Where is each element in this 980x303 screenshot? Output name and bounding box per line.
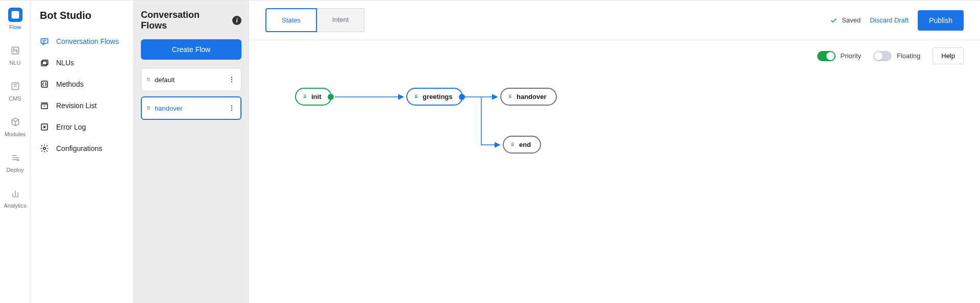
- node-label: greetings: [423, 93, 453, 100]
- modules-icon: [8, 115, 22, 129]
- rail-label: Analytics: [4, 203, 26, 209]
- check-icon: [829, 16, 838, 24]
- drag-handle-icon[interactable]: ⠿: [146, 106, 151, 111]
- drag-handle-icon[interactable]: ⠿: [508, 94, 512, 99]
- flow-icon: [8, 8, 22, 22]
- drag-handle-icon[interactable]: ⠿: [303, 94, 307, 99]
- archive-icon: [40, 101, 49, 110]
- flow-item-menu-button[interactable]: [226, 102, 238, 114]
- svg-point-12: [231, 77, 232, 78]
- tab-states[interactable]: States: [265, 8, 317, 32]
- node-end[interactable]: ⠿ end: [503, 136, 541, 154]
- sidebar: Bot Studio Conversation Flows NLUs Metho…: [31, 1, 134, 303]
- sidebar-item-nlus[interactable]: NLUs: [31, 52, 133, 73]
- floating-toggle[interactable]: [873, 51, 892, 61]
- sidebar-menu: Conversation Flows NLUs Methods Revision…: [31, 31, 133, 159]
- floating-label: Floating: [897, 52, 920, 60]
- rail-label: Modules: [5, 131, 26, 137]
- rail-item-nlu[interactable]: NLU: [0, 42, 30, 67]
- kebab-icon: [228, 76, 235, 83]
- nav-rail: Flow NLU CMS Modules Deploy: [0, 1, 31, 303]
- saved-status: Saved: [829, 16, 861, 24]
- chat-icon: [40, 37, 49, 46]
- tabs: States Intent: [265, 8, 364, 32]
- rail-label: CMS: [9, 95, 21, 102]
- flows-panel-title: Conversation Flows: [141, 10, 227, 31]
- flow-item-label: default: [155, 76, 175, 84]
- deploy-icon: [8, 150, 22, 165]
- flow-item-menu-button[interactable]: [226, 73, 238, 86]
- rail-item-flow[interactable]: Flow: [0, 7, 30, 31]
- topbar: States Intent Saved Discard Draft Publis…: [249, 1, 980, 40]
- drag-handle-icon[interactable]: ⠿: [414, 94, 419, 99]
- main-area: States Intent Saved Discard Draft Publis…: [249, 1, 980, 303]
- rail-item-cms[interactable]: CMS: [0, 78, 30, 103]
- sidebar-item-label: Conversation Flows: [56, 37, 119, 45]
- rail-label: Deploy: [6, 167, 23, 173]
- svg-point-15: [231, 106, 232, 107]
- node-greetings[interactable]: ⠿ greetings: [406, 88, 463, 106]
- svg-rect-8: [41, 81, 47, 87]
- drag-handle-icon[interactable]: ⠿: [511, 142, 515, 147]
- info-icon[interactable]: i: [232, 16, 241, 25]
- drag-handle-icon[interactable]: ⠿: [146, 77, 151, 83]
- svg-point-13: [231, 79, 232, 80]
- sidebar-item-label: Error Log: [56, 123, 86, 131]
- svg-rect-5: [41, 39, 48, 43]
- nlu-icon: [8, 43, 22, 58]
- svg-point-16: [231, 108, 232, 109]
- analytics-icon: [8, 186, 22, 200]
- node-label: handover: [517, 93, 547, 100]
- sidebar-item-label: Configurations: [56, 144, 102, 153]
- node-label: end: [519, 141, 531, 148]
- error-icon: [40, 122, 49, 132]
- kebab-icon: [228, 105, 235, 112]
- priority-toggle[interactable]: [817, 51, 836, 61]
- flow-item-default[interactable]: ⠿ default: [141, 68, 241, 91]
- node-label: init: [311, 93, 322, 100]
- sidebar-item-label: Revision List: [56, 102, 96, 110]
- rail-label: NLU: [9, 60, 20, 66]
- rail-label: Flow: [9, 24, 21, 30]
- sidebar-item-label: NLUs: [56, 59, 74, 67]
- flow-item-handover[interactable]: ⠿ handover: [141, 96, 241, 120]
- sidebar-item-error-log[interactable]: Error Log: [31, 116, 133, 138]
- canvas-controls: Priority Floating Help: [249, 40, 980, 71]
- svg-point-11: [43, 147, 46, 150]
- publish-button[interactable]: Publish: [918, 10, 964, 31]
- rail-item-modules[interactable]: Modules: [0, 114, 30, 138]
- function-icon: [40, 80, 49, 89]
- flow-item-label: handover: [155, 105, 182, 112]
- sidebar-item-methods[interactable]: Methods: [31, 73, 133, 95]
- rail-item-analytics[interactable]: Analytics: [0, 185, 30, 210]
- sidebar-item-label: Methods: [56, 80, 84, 88]
- priority-label: Priority: [841, 52, 861, 60]
- svg-rect-1: [14, 14, 16, 16]
- sidebar-item-conversation-flows[interactable]: Conversation Flows: [31, 31, 133, 52]
- svg-point-4: [17, 159, 18, 161]
- tab-intent[interactable]: Intent: [317, 8, 365, 32]
- svg-point-17: [231, 110, 232, 111]
- stack-icon: [40, 58, 49, 67]
- help-button[interactable]: Help: [933, 47, 964, 64]
- svg-point-14: [231, 81, 232, 82]
- node-handover[interactable]: ⠿ handover: [500, 88, 557, 106]
- edges-layer: [249, 71, 980, 303]
- app-title: Bot Studio: [31, 10, 133, 31]
- gear-icon: [40, 144, 49, 153]
- sidebar-item-revision-list[interactable]: Revision List: [31, 95, 133, 116]
- flow-canvas[interactable]: ⠿ init ⠿ greetings ⠿ handover ⠿ end: [249, 71, 980, 303]
- discard-draft-link[interactable]: Discard Draft: [870, 16, 909, 24]
- create-flow-button[interactable]: Create Flow: [141, 39, 241, 60]
- saved-label: Saved: [842, 16, 861, 24]
- node-init[interactable]: ⠿ init: [295, 88, 332, 106]
- node-port-out[interactable]: [328, 94, 334, 100]
- flow-list: ⠿ default ⠿ handover: [141, 68, 241, 120]
- node-port-out[interactable]: [459, 94, 465, 100]
- flows-panel: Conversation Flows i Create Flow ⠿ defau…: [134, 1, 249, 303]
- rail-item-deploy[interactable]: Deploy: [0, 149, 30, 174]
- sidebar-item-configurations[interactable]: Configurations: [31, 138, 133, 159]
- cms-icon: [8, 79, 22, 93]
